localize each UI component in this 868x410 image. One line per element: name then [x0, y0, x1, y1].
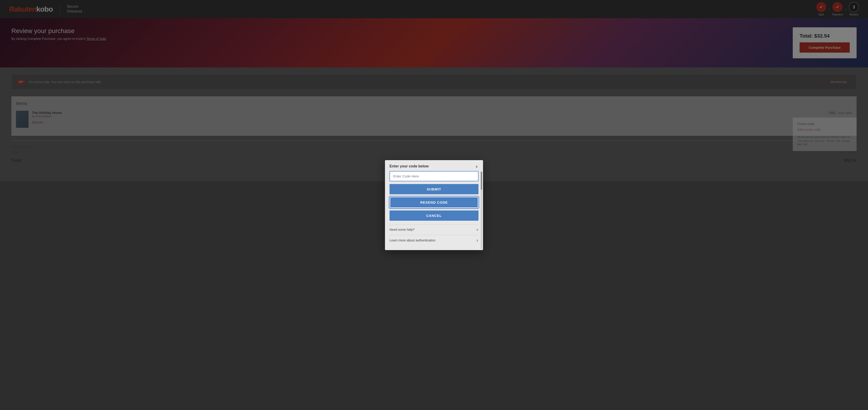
modal-title: Enter your code below [390, 164, 429, 168]
code-input[interactable] [390, 171, 478, 181]
resend-code-button[interactable]: RESEND CODE [390, 197, 478, 208]
modal-overlay: Enter your code below ▲ SUBMIT RESEND CO… [0, 0, 868, 410]
auth-accordion-header[interactable]: Learn more about authentication ∨ [390, 238, 478, 242]
modal-scrollbar-thumb [481, 172, 482, 190]
modal-scrollbar[interactable] [481, 172, 482, 249]
auth-accordion[interactable]: Learn more about authentication ∨ [390, 235, 478, 245]
auth-modal: Enter your code below ▲ SUBMIT RESEND CO… [385, 160, 483, 250]
submit-button[interactable]: SUBMIT [390, 184, 478, 194]
help-accordion-header[interactable]: Need some help? ∨ [390, 228, 478, 231]
chevron-down-icon-2: ∨ [476, 238, 478, 242]
modal-header: Enter your code below ▲ [385, 160, 483, 171]
cancel-button[interactable]: CANCEL [390, 210, 478, 221]
help-label: Need some help? [390, 228, 414, 231]
help-accordion[interactable]: Need some help? ∨ [390, 224, 478, 235]
modal-body: SUBMIT RESEND CODE CANCEL Need some help… [385, 171, 483, 250]
auth-label: Learn more about authentication [390, 238, 436, 242]
modal-scroll-up-button[interactable]: ▲ [475, 164, 478, 168]
chevron-down-icon: ∨ [476, 228, 478, 231]
